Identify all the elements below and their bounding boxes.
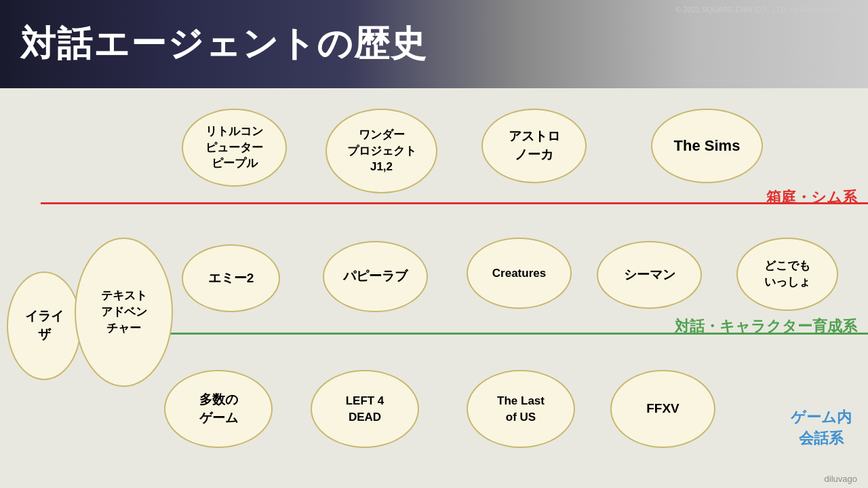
red-line (41, 202, 868, 204)
oval-creatures: Creatures (467, 238, 572, 309)
header-title: 対話エージェントの歴史 (20, 20, 427, 68)
oval-emy2: エミー2 (182, 244, 280, 312)
category-blue: ゲーム内会話系 (791, 407, 852, 449)
main-content: 箱庭・シム系 対話・キャラクター育成系 ゲーム内会話系 diluvago イライ… (0, 88, 868, 488)
category-red: 箱庭・シム系 (766, 187, 857, 208)
oval-little-computer: リトルコンピューターピープル (182, 109, 287, 187)
oval-ffxv: FFXV (610, 370, 715, 448)
oval-text-adventure: テキストアドベンチャー (75, 238, 173, 387)
watermark: diluvago (825, 474, 857, 484)
oval-dokodemo: どこでもいっしょ (736, 238, 838, 311)
oval-seaman: シーマン (597, 241, 702, 309)
oval-many-games: 多数のゲーム (164, 370, 273, 448)
oval-wonder-project: ワンダープロジェクトJ1,2 (326, 109, 437, 193)
copyright: © 2021 SQUARE ENIX CO., LTD. All Rights … (675, 5, 857, 14)
oval-astro-noca: アストロノーカ (481, 109, 587, 183)
oval-the-sims: The Sims (651, 109, 763, 183)
oval-last-of-us: The Lastof US (467, 370, 575, 448)
category-green: 対話・キャラクター育成系 (675, 316, 857, 337)
oval-left4dead: LEFT 4DEAD (311, 370, 419, 448)
oval-eliza: イライザ (7, 271, 81, 380)
oval-puppy-love: パピーラブ (323, 241, 428, 312)
header: 対話エージェントの歴史 © 2021 SQUARE ENIX CO., LTD.… (0, 0, 868, 88)
